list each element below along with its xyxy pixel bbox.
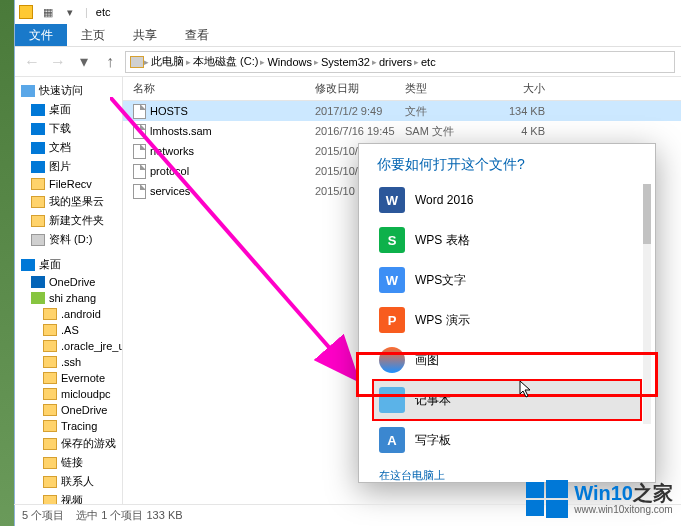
sidebar-quick-item[interactable]: 新建文件夹 bbox=[15, 211, 122, 230]
app-item[interactable]: PWPS 演示 bbox=[373, 300, 641, 340]
window-title: etc bbox=[96, 6, 111, 18]
sidebar-user-item[interactable]: .AS bbox=[15, 322, 122, 338]
status-selection: 选中 1 个项目 133 KB bbox=[76, 508, 182, 523]
qat-properties-icon[interactable]: ▦ bbox=[41, 5, 55, 19]
folder-icon bbox=[43, 340, 57, 352]
user-icon bbox=[31, 292, 45, 304]
col-size[interactable]: 大小 bbox=[487, 81, 557, 96]
column-headers: 名称 修改日期 类型 大小 bbox=[123, 77, 681, 101]
sidebar-desktop[interactable]: 桌面 bbox=[15, 255, 122, 274]
desktop-icon bbox=[21, 259, 35, 271]
sidebar-quick-item[interactable]: 资料 (D:) bbox=[15, 230, 122, 249]
app-icon: A bbox=[379, 427, 405, 453]
file-icon bbox=[133, 144, 146, 159]
folder-icon bbox=[43, 356, 57, 368]
folder-icon bbox=[43, 308, 57, 320]
col-date[interactable]: 修改日期 bbox=[315, 81, 405, 96]
folder-icon bbox=[31, 196, 45, 208]
sidebar-user-item[interactable]: 视频 bbox=[15, 491, 122, 504]
sidebar-user-item[interactable]: .android bbox=[15, 306, 122, 322]
folder-icon bbox=[43, 476, 57, 488]
sidebar-quick-item[interactable]: 图片 bbox=[15, 157, 122, 176]
pc-icon bbox=[130, 56, 144, 68]
col-type[interactable]: 类型 bbox=[405, 81, 487, 96]
quick-access[interactable]: 快速访问 bbox=[15, 81, 122, 100]
app-icon bbox=[379, 387, 405, 413]
dialog-title: 你要如何打开这个文件? bbox=[359, 144, 655, 180]
tab-share[interactable]: 共享 bbox=[119, 24, 171, 46]
app-item[interactable]: SWPS 表格 bbox=[373, 220, 641, 260]
file-row[interactable]: HOSTS2017/1/2 9:49文件134 KB bbox=[123, 101, 681, 121]
sidebar-user-item[interactable]: micloudpc bbox=[15, 386, 122, 402]
sidebar-user-item[interactable]: 联系人 bbox=[15, 472, 122, 491]
folder-icon bbox=[43, 404, 57, 416]
sidebar-onedrive[interactable]: OneDrive bbox=[15, 274, 122, 290]
status-count: 5 个项目 bbox=[22, 508, 64, 523]
file-icon bbox=[133, 124, 146, 139]
app-icon: W bbox=[379, 187, 405, 213]
nav-back-button[interactable]: ← bbox=[21, 51, 43, 73]
star-icon bbox=[21, 85, 35, 97]
folder-icon bbox=[19, 5, 33, 19]
folder-icon bbox=[31, 178, 45, 190]
file-icon bbox=[133, 184, 146, 199]
nav-history-button[interactable]: ▾ bbox=[73, 51, 95, 73]
folder-icon bbox=[43, 324, 57, 336]
file-icon bbox=[133, 104, 146, 119]
nav-up-button[interactable]: ↑ bbox=[99, 51, 121, 73]
sidebar-user-item[interactable]: 保存的游戏 bbox=[15, 434, 122, 453]
app-item[interactable]: A写字板 bbox=[373, 420, 641, 460]
sidebar-user-item[interactable]: OneDrive bbox=[15, 402, 122, 418]
app-item[interactable]: WWord 2016 bbox=[373, 180, 641, 220]
sidebar-quick-item[interactable]: FileRecv bbox=[15, 176, 122, 192]
ribbon-tabs: 文件 主页 共享 查看 bbox=[15, 24, 681, 47]
tab-file[interactable]: 文件 bbox=[15, 24, 67, 46]
app-item[interactable]: 画图 bbox=[373, 340, 641, 380]
app-icon bbox=[379, 347, 405, 373]
open-with-dialog: 你要如何打开这个文件? WWord 2016SWPS 表格WWPS文字PWPS … bbox=[358, 143, 656, 483]
sidebar-quick-item[interactable]: 下载 bbox=[15, 119, 122, 138]
sidebar-quick-item[interactable]: 文档 bbox=[15, 138, 122, 157]
qat-dropdown-icon[interactable]: ▾ bbox=[63, 5, 77, 19]
sidebar-user-item[interactable]: Evernote bbox=[15, 370, 122, 386]
folder-icon bbox=[43, 388, 57, 400]
sidebar-user-item[interactable]: 链接 bbox=[15, 453, 122, 472]
sidebar-user-item[interactable]: Tracing bbox=[15, 418, 122, 434]
titlebar: ▦ ▾ | etc bbox=[15, 0, 681, 24]
tab-view[interactable]: 查看 bbox=[171, 24, 223, 46]
svg-rect-4 bbox=[546, 500, 568, 518]
folder-icon bbox=[43, 495, 57, 505]
sidebar-user-item[interactable]: .ssh bbox=[15, 354, 122, 370]
file-icon bbox=[133, 164, 146, 179]
address-row: ← → ▾ ↑ ▸ 此电脑▸ 本地磁盘 (C:)▸ Windows▸ Syste… bbox=[15, 47, 681, 77]
windows-logo-icon bbox=[526, 478, 568, 520]
folder-icon bbox=[31, 234, 45, 246]
sidebar-quick-item[interactable]: 我的坚果云 bbox=[15, 192, 122, 211]
nav-forward-button[interactable]: → bbox=[47, 51, 69, 73]
nav-pane: 快速访问 桌面下载文档图片FileRecv我的坚果云新建文件夹资料 (D:) 桌… bbox=[15, 77, 123, 504]
svg-rect-2 bbox=[546, 480, 568, 498]
folder-icon bbox=[43, 457, 57, 469]
col-name[interactable]: 名称 bbox=[123, 81, 315, 96]
onedrive-icon bbox=[31, 276, 45, 288]
svg-rect-3 bbox=[526, 500, 544, 516]
app-item[interactable]: 记事本 bbox=[373, 380, 641, 420]
sidebar-user-item[interactable]: .oracle_jre_us bbox=[15, 338, 122, 354]
folder-icon bbox=[31, 123, 45, 135]
folder-icon bbox=[43, 420, 57, 432]
folder-icon bbox=[31, 142, 45, 154]
dialog-scrollbar[interactable] bbox=[643, 184, 651, 424]
app-item[interactable]: WWPS文字 bbox=[373, 260, 641, 300]
sidebar-user[interactable]: shi zhang bbox=[15, 290, 122, 306]
watermark: Win10之家 www.win10xitong.com bbox=[526, 478, 673, 520]
app-icon: P bbox=[379, 307, 405, 333]
sidebar-quick-item[interactable]: 桌面 bbox=[15, 100, 122, 119]
file-row[interactable]: lmhosts.sam2016/7/16 19:45SAM 文件4 KB bbox=[123, 121, 681, 141]
folder-icon bbox=[31, 215, 45, 227]
breadcrumb[interactable]: ▸ 此电脑▸ 本地磁盘 (C:)▸ Windows▸ System32▸ dri… bbox=[125, 51, 675, 73]
folder-icon bbox=[31, 161, 45, 173]
tab-home[interactable]: 主页 bbox=[67, 24, 119, 46]
folder-icon bbox=[43, 438, 57, 450]
svg-rect-1 bbox=[526, 482, 544, 498]
folder-icon bbox=[43, 372, 57, 384]
